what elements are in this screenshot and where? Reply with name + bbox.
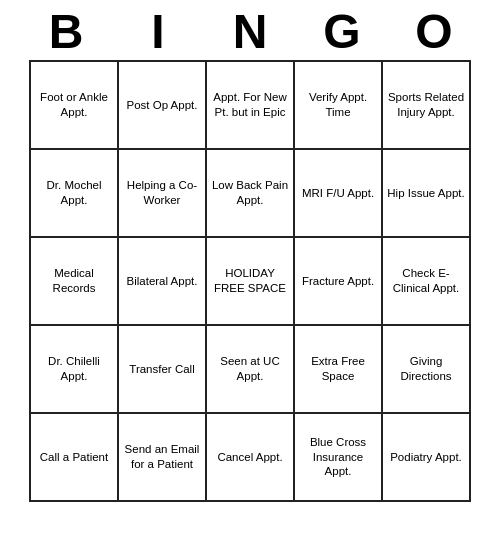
- bingo-cell-11: Bilateral Appt.: [119, 238, 207, 326]
- bingo-cell-19: Giving Directions: [383, 326, 471, 414]
- bingo-cell-1: Post Op Appt.: [119, 62, 207, 150]
- bingo-cell-2: Appt. For New Pt. but in Epic: [207, 62, 295, 150]
- bingo-cell-15: Dr. Chilelli Appt.: [31, 326, 119, 414]
- bingo-cell-6: Helping a Co-Worker: [119, 150, 207, 238]
- bingo-cell-24: Podiatry Appt.: [383, 414, 471, 502]
- bingo-cell-0: Foot or Ankle Appt.: [31, 62, 119, 150]
- bingo-cell-4: Sports Related Injury Appt.: [383, 62, 471, 150]
- bingo-cell-22: Cancel Appt.: [207, 414, 295, 502]
- bingo-cell-10: Medical Records: [31, 238, 119, 326]
- bingo-cell-21: Send an Email for a Patient: [119, 414, 207, 502]
- bingo-letter-o: O: [390, 8, 478, 56]
- bingo-cell-23: Blue Cross Insurance Appt.: [295, 414, 383, 502]
- bingo-cell-20: Call a Patient: [31, 414, 119, 502]
- bingo-cell-17: Seen at UC Appt.: [207, 326, 295, 414]
- bingo-header: BINGO: [20, 0, 480, 60]
- bingo-cell-3: Verify Appt. Time: [295, 62, 383, 150]
- bingo-letter-i: I: [114, 8, 202, 56]
- bingo-cell-7: Low Back Pain Appt.: [207, 150, 295, 238]
- bingo-cell-18: Extra Free Space: [295, 326, 383, 414]
- bingo-cell-5: Dr. Mochel Appt.: [31, 150, 119, 238]
- bingo-cell-12: HOLIDAY FREE SPACE: [207, 238, 295, 326]
- bingo-letter-b: B: [22, 8, 110, 56]
- bingo-grid: Foot or Ankle Appt.Post Op Appt.Appt. Fo…: [29, 60, 471, 502]
- bingo-letter-g: G: [298, 8, 386, 56]
- bingo-cell-9: Hip Issue Appt.: [383, 150, 471, 238]
- bingo-cell-8: MRI F/U Appt.: [295, 150, 383, 238]
- bingo-cell-14: Check E-Clinical Appt.: [383, 238, 471, 326]
- bingo-letter-n: N: [206, 8, 294, 56]
- bingo-cell-16: Transfer Call: [119, 326, 207, 414]
- bingo-cell-13: Fracture Appt.: [295, 238, 383, 326]
